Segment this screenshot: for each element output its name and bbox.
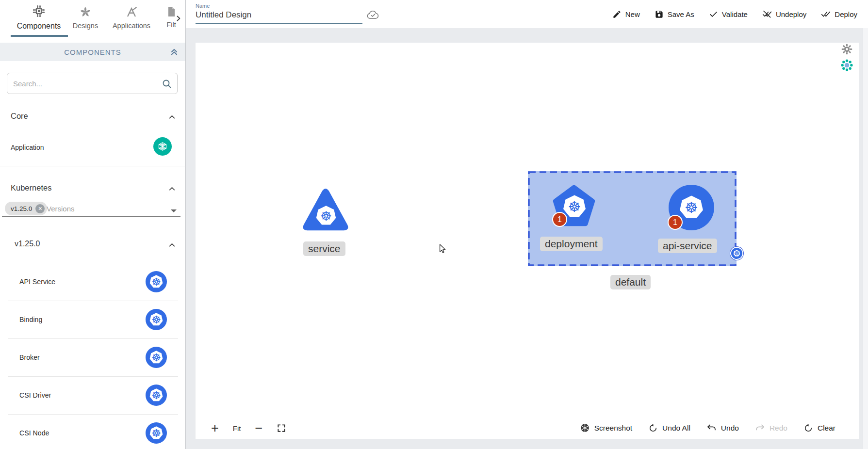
undo-all-button-label: Undo All <box>662 424 690 433</box>
kubernetes-wheel-icon: ☸ <box>146 309 167 330</box>
cluster-flower-icon <box>841 59 853 71</box>
component-drag-icon-kubernetes[interactable]: ☸ <box>146 271 167 292</box>
panel-title: COMPONENTS <box>64 48 121 56</box>
double-check-slash-icon <box>762 9 772 19</box>
components-sidebar: Components Designs Applications <box>0 0 186 449</box>
new-button[interactable]: New <box>612 10 640 19</box>
double-check-icon <box>821 9 831 19</box>
meshery-application-icon <box>156 140 169 153</box>
redo-button[interactable]: Redo <box>755 423 787 433</box>
panel-collapse-button[interactable] <box>170 48 179 56</box>
component-item-label: Broker <box>19 353 40 361</box>
component-item-label: API Service <box>19 278 55 286</box>
tab-applications[interactable]: Applications <box>103 0 160 30</box>
tab-components-label: Components <box>5 22 73 31</box>
search-icon[interactable] <box>161 78 173 90</box>
node-label-api-service[interactable]: api-service <box>658 239 717 253</box>
design-toolbar: Name New Save As Validate Undeploy <box>186 0 868 28</box>
undo-button-label: Undo <box>721 424 739 433</box>
pencil-icon <box>612 10 622 19</box>
dropdown-arrow-icon[interactable] <box>171 209 177 212</box>
kubernetes-wheel-icon: ☸ <box>731 248 742 259</box>
kubernetes-wheel-icon: ☸ <box>679 195 704 220</box>
mouse-cursor <box>438 243 447 254</box>
redo-arrow-icon <box>755 423 765 433</box>
component-item-label: CSI Driver <box>19 391 51 399</box>
chip-icon <box>31 3 47 19</box>
sidebar-tabs: Components Designs Applications <box>0 0 185 43</box>
tabs-scroll-right-button[interactable] <box>175 15 182 22</box>
undo-all-button[interactable]: Undo All <box>648 423 690 433</box>
tab-designs[interactable]: Designs <box>69 0 101 30</box>
node-api-service[interactable]: ☸ 1 <box>669 185 714 230</box>
save-as-button-label: Save As <box>668 10 694 18</box>
tab-components[interactable]: Components <box>5 0 73 31</box>
kubernetes-section-title: Kubernetes <box>11 183 51 192</box>
clear-button[interactable]: Clear <box>803 423 835 433</box>
application-drag-icon[interactable] <box>153 137 172 156</box>
chevron-up-icon <box>168 185 176 193</box>
fullscreen-icon[interactable] <box>277 423 286 433</box>
deploy-button[interactable]: Deploy <box>821 9 857 19</box>
tab-applications-label: Applications <box>103 22 160 30</box>
list-divider <box>8 338 178 339</box>
app-frame-icon <box>125 5 138 19</box>
namespace-group-default[interactable]: ☸ 1 deployment ☸ 1 api-service ☸ <box>528 171 737 266</box>
group-context-handle[interactable]: ☸ <box>730 247 743 260</box>
double-chevron-up-icon <box>170 48 179 56</box>
application-item-label: Application <box>11 144 44 151</box>
status-badge[interactable]: 1 <box>552 212 567 227</box>
search-input[interactable] <box>13 73 159 94</box>
node-label-deployment[interactable]: deployment <box>540 237 603 251</box>
chip-remove-icon[interactable]: × <box>35 204 45 213</box>
component-item-label: CSI Node <box>19 429 49 437</box>
design-name-input[interactable] <box>196 10 356 20</box>
version-group-collapse-button[interactable] <box>168 241 176 249</box>
list-divider <box>8 414 178 415</box>
node-service[interactable]: ☸ <box>302 187 349 234</box>
undo-arrow-icon <box>706 423 717 433</box>
canvas-settings-button[interactable] <box>841 43 853 55</box>
design-canvas[interactable]: ☸ service ☸ 1 deployment ☸ 1 api-service… <box>196 43 859 439</box>
component-drag-icon-kubernetes[interactable]: ☸ <box>146 347 167 368</box>
tab-designs-label: Designs <box>69 22 101 30</box>
zoom-in-button[interactable]: + <box>211 422 219 434</box>
kubernetes-wheel-icon: ☸ <box>146 347 167 368</box>
section-divider <box>0 166 186 166</box>
restore-icon <box>648 423 658 433</box>
page-scrollbar-track[interactable] <box>863 28 868 449</box>
chevron-right-icon <box>175 15 182 22</box>
screenshot-button[interactable]: Screenshot <box>580 423 632 433</box>
component-drag-icon-kubernetes[interactable]: ☸ <box>146 309 167 330</box>
group-label-default[interactable]: default <box>610 275 651 289</box>
fit-button[interactable]: Fit <box>233 424 241 433</box>
node-deployment[interactable]: ☸ 1 <box>552 183 596 228</box>
version-chip[interactable]: v1.25.0 × <box>5 202 47 215</box>
zoom-out-button[interactable]: − <box>255 422 262 434</box>
undeploy-button[interactable]: Undeploy <box>762 9 806 19</box>
kubernetes-wheel-icon: ☸ <box>146 422 167 444</box>
clear-button-label: Clear <box>818 424 835 433</box>
save-as-button[interactable]: Save As <box>655 10 694 19</box>
floppy-icon <box>655 10 664 19</box>
deploy-button-label: Deploy <box>835 10 857 18</box>
kubernetes-wheel-icon: ☸ <box>146 271 167 292</box>
validate-button[interactable]: Validate <box>709 10 748 19</box>
versions-select-placeholder: Versions <box>47 205 75 213</box>
versions-select-underline <box>2 216 180 217</box>
status-badge[interactable]: 1 <box>668 215 683 230</box>
shutter-icon <box>580 423 590 433</box>
kubernetes-cluster-toggle[interactable] <box>841 59 853 71</box>
check-icon <box>709 10 718 19</box>
core-collapse-button[interactable] <box>168 113 176 121</box>
node-label-service[interactable]: service <box>303 241 345 256</box>
pinwheel-icon <box>79 5 92 19</box>
component-drag-icon-kubernetes[interactable]: ☸ <box>146 422 167 444</box>
toolbar-actions: New Save As Validate Undeploy Deploy <box>612 0 857 28</box>
zoom-controls: + Fit − <box>211 422 286 434</box>
component-drag-icon-kubernetes[interactable]: ☸ <box>146 385 167 406</box>
kubernetes-collapse-button[interactable] <box>168 185 176 193</box>
undo-button[interactable]: Undo <box>706 423 739 433</box>
kubernetes-wheel-icon: ☸ <box>315 205 337 226</box>
validate-button-label: Validate <box>722 10 748 18</box>
